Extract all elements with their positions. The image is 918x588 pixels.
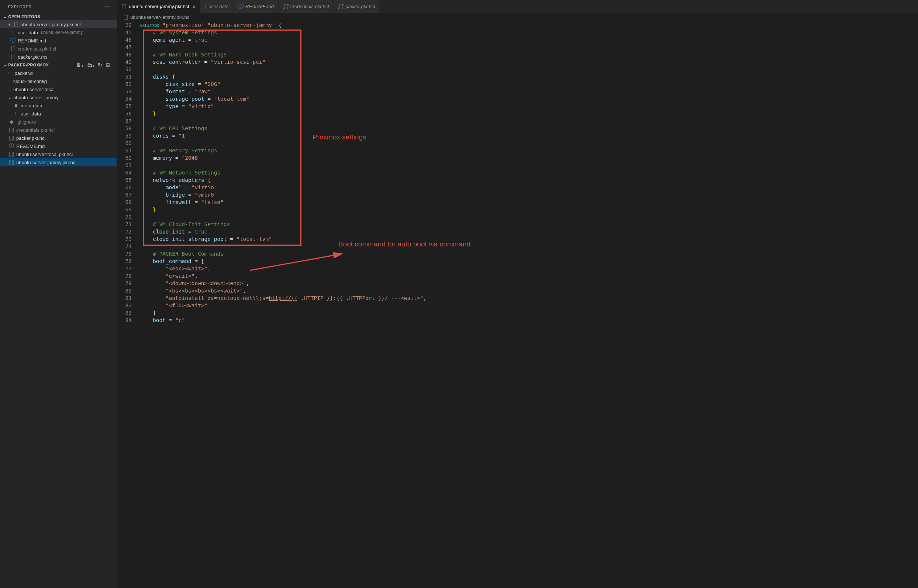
code-line[interactable]: # VM Cloud-Init Settings xyxy=(140,221,918,228)
code-line[interactable]: format = "raw" xyxy=(140,88,918,95)
line-number: 69 xyxy=(117,206,132,213)
line-number: 61 xyxy=(117,147,132,154)
code-line[interactable] xyxy=(140,213,918,221)
code-line[interactable]: # VM CPU Settings xyxy=(140,125,918,132)
code-line[interactable]: } xyxy=(140,110,918,117)
code-line[interactable] xyxy=(140,139,918,147)
breadcrumb[interactable]: ⟦⟧ ubuntu-server-jammy.pkr.hcl xyxy=(117,13,918,21)
code-line[interactable]: } xyxy=(140,206,918,213)
code-line[interactable]: "<bs><bs><bs><bs><wait>", xyxy=(140,287,918,294)
breadcrumb-label: ubuntu-server-jammy.pkr.hcl xyxy=(130,15,191,20)
code-line[interactable]: memory = "2048" xyxy=(140,154,918,162)
project-header[interactable]: ⌄ PACKER-PROXMOX 🗎₊ 🗀₊ ↻ ⊟ xyxy=(0,61,116,69)
code-line[interactable]: cores = "1" xyxy=(140,132,918,139)
sticky-scroll[interactable]: 20 source "proxmox-iso" "ubuntu-server-j… xyxy=(117,21,918,29)
tab[interactable]: ⓘREADME.md xyxy=(234,0,279,13)
line-number: 59 xyxy=(117,132,132,139)
file-item[interactable]: ⟦⟧credentials.pkr.hcl xyxy=(0,126,116,134)
code-line[interactable]: disk_size = "20G" xyxy=(140,81,918,88)
code-line[interactable] xyxy=(140,162,918,169)
project-tree: ›.packer.d›cloud-init-config›ubuntu-serv… xyxy=(0,69,116,166)
code-line[interactable]: bridge = "vmbr0" xyxy=(140,191,918,199)
file-item[interactable]: ⟦⟧packer.pkr.hcl xyxy=(0,134,116,142)
code-line[interactable] xyxy=(140,243,918,250)
folder-item[interactable]: ⌄ubuntu-server-jammy xyxy=(0,93,116,102)
open-editor-item[interactable]: ⟦⟧packer.pkr.hcl xyxy=(0,53,116,61)
line-number: 77 xyxy=(117,265,132,272)
tab[interactable]: ⟦⟧packer.pkr.hcl xyxy=(333,0,380,13)
line-number: 48 xyxy=(117,51,132,58)
code-line[interactable]: cloud_init_storage_pool = "local-lvm" xyxy=(140,235,918,243)
line-number: 64 xyxy=(117,169,132,176)
svg-line-0 xyxy=(250,254,342,270)
hcl-icon: ⟦⟧ xyxy=(13,21,19,27)
code-line[interactable]: qemu_agent = true xyxy=(140,36,918,44)
open-editor-item[interactable]: ⟦⟧credentials.pkr.hcl xyxy=(0,45,116,53)
open-editor-item[interactable]: ×⟦⟧ubuntu-server-jammy.pkr.hcl xyxy=(0,20,116,28)
folder-item[interactable]: ›cloud-init-config xyxy=(0,77,116,85)
line-number: 60 xyxy=(117,139,132,147)
new-folder-icon[interactable]: 🗀₊ xyxy=(87,62,95,68)
code-line[interactable]: boot = "c" xyxy=(140,317,918,324)
code-line[interactable]: scsi_controller = "virtio-scsi-pci" xyxy=(140,58,918,66)
line-number: 47 xyxy=(117,44,132,51)
code-line[interactable]: cloud_init = true xyxy=(140,228,918,235)
hcl-icon: ⟦⟧ xyxy=(10,54,16,60)
file-label: user-data xyxy=(21,111,41,116)
tab[interactable]: ⟦⟧credentials.pkr.hcl xyxy=(279,0,333,13)
open-editors-header[interactable]: ⌄ OPEN EDITORS xyxy=(0,13,116,20)
line-number: 76 xyxy=(117,257,132,265)
collapse-icon[interactable]: ⊟ xyxy=(105,62,110,68)
folder-item[interactable]: ›.packer.d xyxy=(0,69,116,77)
folder-item[interactable]: ›ubuntu-server-focal xyxy=(0,85,116,93)
code-line[interactable] xyxy=(140,66,918,73)
code-line[interactable] xyxy=(140,44,918,51)
code-line[interactable]: # VM System Settings xyxy=(140,29,918,36)
code-line[interactable]: model = "virtio" xyxy=(140,184,918,191)
code-line[interactable]: disks { xyxy=(140,73,918,81)
close-icon[interactable]: × xyxy=(192,4,196,10)
open-editor-item[interactable]: !user-dataubuntu-server-jammy xyxy=(0,28,116,37)
code-line[interactable]: firewall = "false" xyxy=(140,199,918,206)
close-icon[interactable]: × xyxy=(8,22,11,27)
line-number: 80 xyxy=(117,287,132,294)
code-line[interactable]: "autoinstall ds=nocloud-net\\;s=http://{… xyxy=(140,294,918,302)
explorer-more-icon[interactable]: ⋯ xyxy=(104,3,110,10)
code-line[interactable]: ] xyxy=(140,309,918,317)
code-line[interactable]: # VM Memory Settings xyxy=(140,147,918,154)
code-line[interactable]: "<f10><wait>" xyxy=(140,302,918,309)
editor[interactable]: 20 source "proxmox-iso" "ubuntu-server-j… xyxy=(117,21,918,588)
hcl-icon: ⟦⟧ xyxy=(124,15,128,20)
file-label: meta-data xyxy=(21,103,42,108)
sticky-line-number: 20 xyxy=(117,21,132,29)
file-item[interactable]: !user-data xyxy=(0,110,116,118)
refresh-icon[interactable]: ↻ xyxy=(98,62,102,68)
file-item[interactable]: ◆.gitignore xyxy=(0,118,116,126)
code-line[interactable]: type = "virtio" xyxy=(140,103,918,110)
line-number: 55 xyxy=(117,103,132,110)
line-gutter: 4546474849505152535455565758596061626364… xyxy=(117,29,140,324)
file-item[interactable]: ≡meta-data xyxy=(0,102,116,110)
new-file-icon[interactable]: 🗎₊ xyxy=(76,62,84,68)
code-area[interactable]: # VM System Settings qemu_agent = true #… xyxy=(140,29,918,324)
folder-label: ubuntu-server-focal xyxy=(13,87,55,92)
code-line[interactable]: # VM Hard Disk Settings xyxy=(140,51,918,58)
file-label: ubuntu-server-jammy.pkr.hcl xyxy=(16,160,76,165)
tab[interactable]: !user-data xyxy=(200,0,234,13)
project-title: PACKER-PROXMOX xyxy=(8,63,49,67)
code-line[interactable]: network_adapters { xyxy=(140,176,918,184)
code-line[interactable]: # VM Network Settings xyxy=(140,169,918,176)
code-line[interactable] xyxy=(140,117,918,125)
line-number: 46 xyxy=(117,36,132,44)
code-line[interactable]: storage_pool = "local-lvm" xyxy=(140,95,918,103)
code-line[interactable]: "e<wait>", xyxy=(140,272,918,279)
line-number: 67 xyxy=(117,191,132,199)
open-editor-item[interactable]: ⓘREADME.md xyxy=(0,37,116,45)
line-number: 70 xyxy=(117,213,132,221)
code-line[interactable]: "<down><down><down><end>", xyxy=(140,279,918,287)
tab[interactable]: ⟦⟧ubuntu-server-jammy.pkr.hcl× xyxy=(117,0,200,13)
file-item[interactable]: ⓘREADME.md xyxy=(0,142,116,150)
lines-icon: ≡ xyxy=(13,103,19,108)
file-item[interactable]: ⟦⟧ubuntu-server-focal.pkr.hcl xyxy=(0,150,116,158)
file-item[interactable]: ⟦⟧ubuntu-server-jammy.pkr.hcl xyxy=(0,158,116,166)
